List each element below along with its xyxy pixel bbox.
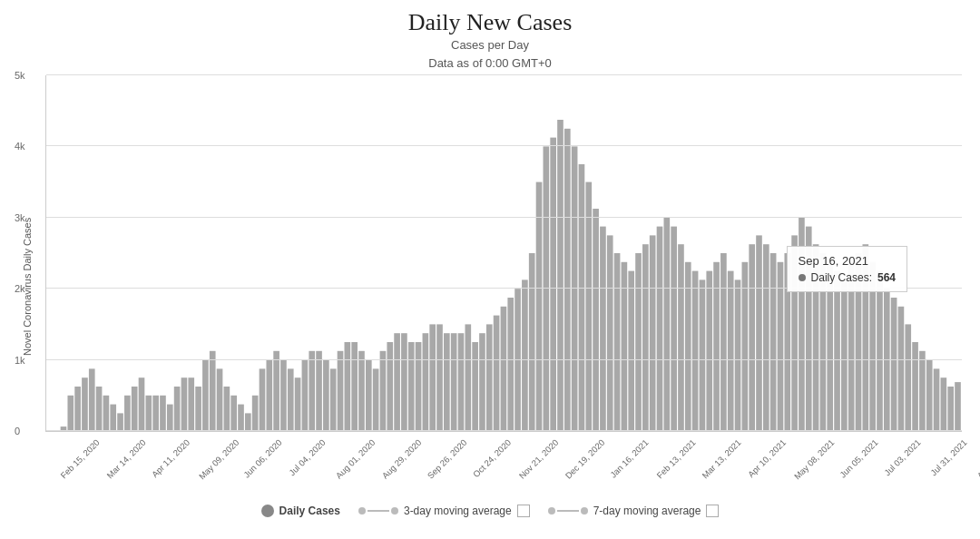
svg-rect-11: [124, 396, 131, 431]
legend-7day: 7-day moving average: [548, 505, 720, 517]
x-tick-label: Feb 13, 2021: [654, 437, 697, 480]
svg-rect-13: [139, 377, 145, 431]
svg-rect-84: [642, 244, 649, 431]
svg-rect-3: [67, 396, 74, 431]
x-tick-label: Mar 14, 2020: [104, 437, 147, 480]
svg-rect-42: [345, 342, 351, 431]
svg-rect-61: [479, 333, 485, 431]
svg-rect-68: [529, 253, 535, 431]
svg-rect-92: [700, 279, 706, 431]
svg-rect-54: [429, 324, 436, 431]
gridline: [46, 359, 962, 360]
legend: Daily Cases 3-day moving average 7-day m…: [18, 497, 962, 521]
svg-rect-109: [820, 253, 827, 431]
svg-rect-28: [245, 413, 251, 431]
svg-rect-69: [536, 182, 543, 431]
svg-rect-75: [579, 164, 585, 431]
title-section: Daily New Cases Cases per Day Data as of…: [18, 9, 962, 72]
subtitle-line1: Cases per Day: [451, 38, 529, 52]
svg-rect-52: [416, 342, 422, 431]
svg-rect-95: [720, 253, 727, 431]
legend-7day-line-segment: [557, 510, 579, 512]
legend-3day-checkbox[interactable]: [517, 505, 530, 517]
svg-rect-47: [380, 351, 387, 431]
svg-rect-10: [117, 413, 123, 431]
chart-title: Daily New Cases: [18, 9, 962, 36]
svg-rect-127: [947, 387, 954, 431]
svg-rect-38: [316, 351, 322, 431]
svg-rect-82: [628, 271, 634, 431]
x-tick-label: Apr 10, 2021: [745, 437, 787, 479]
svg-rect-128: [955, 382, 961, 431]
svg-rect-24: [217, 368, 223, 431]
svg-rect-86: [657, 227, 663, 431]
legend-7day-checkbox[interactable]: [706, 505, 719, 517]
svg-rect-78: [600, 227, 606, 431]
gridline: [46, 74, 962, 75]
svg-rect-40: [330, 368, 337, 431]
svg-rect-50: [401, 333, 407, 431]
svg-rect-22: [202, 360, 209, 431]
svg-rect-45: [366, 360, 372, 431]
x-tick-label: May 09, 2020: [196, 437, 240, 481]
x-tick-label: Jul 03, 2021: [882, 437, 922, 477]
svg-rect-104: [784, 253, 790, 431]
svg-rect-18: [174, 387, 181, 431]
svg-rect-35: [295, 377, 301, 431]
x-tick-label: Aug 28, 2021: [975, 437, 980, 481]
svg-rect-44: [358, 351, 365, 431]
x-tick-label: Jul 04, 2020: [287, 437, 327, 477]
svg-rect-55: [436, 324, 443, 431]
svg-rect-108: [813, 244, 819, 431]
svg-rect-16: [160, 396, 166, 431]
svg-rect-33: [280, 360, 287, 431]
svg-rect-125: [934, 368, 940, 431]
x-tick-label: May 08, 2021: [792, 437, 836, 481]
x-tick-label: Nov 21, 2020: [517, 437, 561, 481]
svg-rect-122: [912, 342, 918, 431]
svg-rect-114: [856, 253, 862, 431]
legend-3day: 3-day moving average: [358, 505, 530, 517]
legend-daily-cases: Daily Cases: [261, 505, 340, 517]
svg-rect-9: [110, 405, 116, 431]
svg-rect-5: [82, 377, 88, 431]
svg-rect-62: [486, 324, 493, 431]
svg-rect-91: [692, 271, 699, 431]
bars-chart-svg: [46, 75, 962, 431]
svg-rect-89: [678, 244, 684, 431]
svg-rect-107: [806, 227, 812, 431]
gridline: [46, 145, 962, 146]
svg-rect-14: [146, 396, 152, 431]
svg-rect-124: [926, 360, 933, 431]
x-tick-label: Jun 06, 2020: [241, 437, 284, 480]
svg-rect-79: [607, 235, 613, 431]
svg-rect-80: [614, 253, 621, 431]
svg-rect-93: [706, 271, 712, 431]
svg-rect-51: [408, 342, 415, 431]
legend-3day-line: [358, 507, 398, 514]
svg-rect-64: [501, 307, 507, 431]
x-tick-label: Mar 13, 2021: [700, 437, 742, 480]
legend-daily-cases-label: Daily Cases: [279, 505, 340, 517]
svg-rect-8: [103, 396, 110, 431]
svg-rect-29: [252, 396, 259, 431]
svg-rect-119: [891, 298, 897, 431]
legend-daily-cases-dot: [261, 505, 274, 517]
svg-rect-58: [458, 333, 465, 431]
svg-rect-30: [260, 368, 266, 431]
x-tick-label: Jul 31, 2021: [928, 437, 968, 477]
svg-rect-43: [351, 342, 358, 431]
svg-rect-99: [749, 244, 755, 431]
chart-container: Daily New Cases Cases per Day Data as of…: [0, 0, 980, 539]
svg-rect-102: [770, 253, 777, 431]
x-tick-label: Jan 16, 2021: [608, 437, 651, 480]
legend-3day-label: 3-day moving average: [404, 505, 512, 517]
svg-rect-53: [423, 333, 429, 431]
svg-rect-59: [465, 324, 471, 431]
x-tick-label: Jun 05, 2021: [838, 437, 880, 480]
x-tick-label: Aug 29, 2020: [379, 437, 423, 481]
svg-rect-34: [288, 368, 294, 431]
svg-rect-76: [585, 182, 592, 431]
svg-rect-77: [593, 209, 599, 431]
y-tick-label: 0: [15, 426, 20, 436]
